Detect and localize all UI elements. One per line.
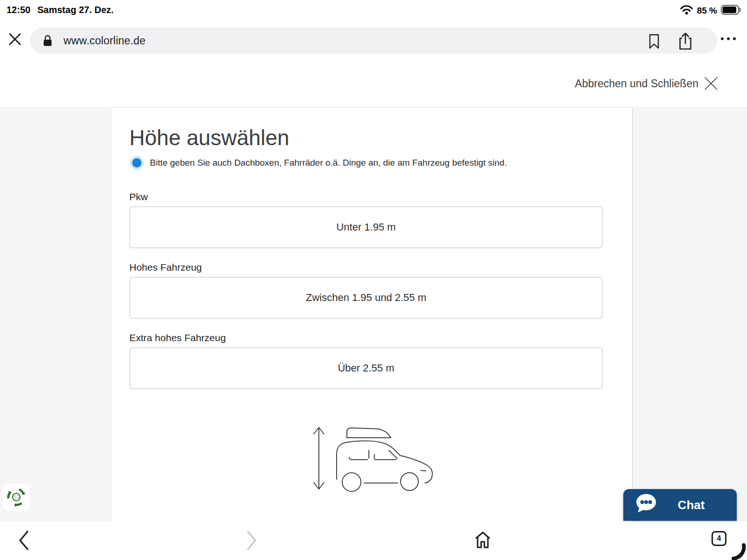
status-bar: 12:50 Samstag 27. Dez. 85 % — [0, 0, 747, 22]
lock-icon — [43, 35, 52, 49]
option-button-under-195[interactable]: Unter 1.95 m — [129, 206, 603, 248]
dismiss-close-icon[interactable] — [704, 77, 718, 91]
forward-icon — [246, 530, 258, 553]
more-icon[interactable] — [721, 37, 736, 40]
radio-selected-dot — [132, 158, 141, 168]
share-icon[interactable] — [677, 32, 694, 53]
option-label-pkw: Pkw — [129, 191, 148, 203]
url-text[interactable]: www.colorline.de — [63, 35, 146, 47]
date: Samstag 27. Dez. — [37, 5, 113, 15]
battery-icon — [721, 5, 741, 17]
chat-button-label: Chat — [658, 498, 737, 512]
right-panel — [632, 108, 747, 522]
bookmark-icon[interactable] — [648, 34, 660, 51]
chat-bubble-icon — [634, 493, 658, 517]
dismiss-button[interactable]: Abbrechen und Schließen — [575, 77, 698, 90]
chat-button[interactable]: Chat — [623, 489, 737, 521]
tab-count: 4 — [717, 534, 721, 543]
page-title: Höhe auswählen — [129, 125, 289, 150]
cookie-settings-icon[interactable] — [3, 483, 30, 511]
back-icon[interactable] — [18, 530, 30, 553]
close-icon[interactable] — [8, 33, 21, 46]
clock: 12:50 — [7, 5, 30, 15]
left-panel — [0, 108, 112, 522]
info-text: Bitte geben Sie auch Dachboxen, Fahrräde… — [150, 158, 507, 168]
option-button-over-255[interactable]: Über 2.55 m — [129, 347, 603, 389]
ipad-safari-screen: 12:50 Samstag 27. Dez. 85 % — [0, 0, 747, 560]
option-button-195-255[interactable]: Zwischen 1.95 und 2.55 m — [129, 277, 603, 319]
option-label-hohes-fahrzeug: Hohes Fahrzeug — [129, 262, 202, 273]
wifi-icon — [680, 5, 693, 17]
car-with-roofbox-icon — [289, 406, 453, 501]
overlay-header: Abbrechen und Schließen — [0, 62, 747, 108]
option-label-extra-hohes-fahrzeug: Extra hohes Fahrzeug — [129, 332, 226, 343]
browser-toolbar: www.colorline.de — [0, 22, 747, 62]
info-row: Bitte geben Sie auch Dachboxen, Fahrräde… — [132, 158, 507, 168]
bottom-nav-bar: 4 — [0, 522, 747, 560]
partial-corner-icon — [728, 542, 747, 560]
main-content: Höhe auswählen Bitte geben Sie auch Dach… — [0, 108, 747, 522]
battery-percent: 85 % — [697, 6, 717, 16]
home-icon[interactable] — [473, 530, 492, 552]
height-arrow-icon — [314, 427, 324, 489]
tab-count-badge[interactable]: 4 — [712, 531, 726, 546]
status-indicators: 85 % — [680, 5, 741, 17]
